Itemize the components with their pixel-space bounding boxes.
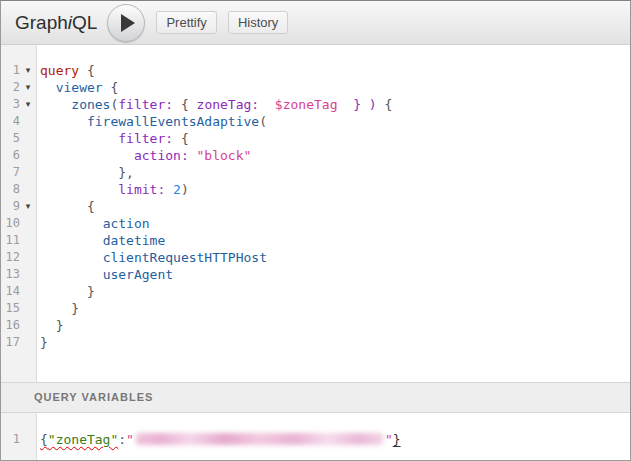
fold-gutter-spacer (20, 147, 36, 164)
code-line[interactable]: 17} (1, 334, 630, 351)
code-line[interactable]: 9▾ { (1, 198, 630, 215)
variables-title: QUERY VARIABLES (34, 391, 153, 403)
fold-gutter-spacer (20, 266, 36, 283)
fold-gutter-spacer (20, 249, 36, 266)
line-number: 11 (1, 232, 20, 249)
execute-query-button[interactable] (107, 4, 145, 42)
code-text: clientRequestHTTPHost (36, 249, 630, 266)
logo-text-post: QL (72, 12, 97, 33)
code-line[interactable]: 7 }, (1, 164, 630, 181)
fold-gutter-spacer (20, 317, 36, 334)
variables-title-bar[interactable]: QUERY VARIABLES (1, 382, 630, 413)
code-text: { (36, 198, 630, 215)
prettify-button[interactable]: Prettify (156, 11, 216, 34)
line-number: 4 (1, 113, 20, 130)
line-number: 14 (1, 283, 20, 300)
code-text: limit: 2) (36, 181, 630, 198)
code-line[interactable]: 16 } (1, 317, 630, 334)
line-number: 6 (1, 147, 20, 164)
line-number: 15 (1, 300, 20, 317)
code-line[interactable]: 4 firewallEventsAdaptive( (1, 113, 630, 130)
fold-gutter-spacer (20, 215, 36, 232)
code-line[interactable]: 1{"zoneTag":""} (1, 431, 630, 448)
code-text: firewallEventsAdaptive( (36, 113, 630, 130)
code-text: } (36, 334, 630, 351)
fold-toggle-icon[interactable]: ▾ (20, 62, 36, 79)
fold-toggle-icon[interactable]: ▾ (20, 96, 36, 113)
code-line[interactable]: 2▾ viewer { (1, 79, 630, 96)
code-text: }, (36, 164, 630, 181)
code-text: query { (36, 62, 630, 79)
code-text: action (36, 215, 630, 232)
line-number: 9 (1, 198, 20, 215)
line-number: 2 (1, 79, 20, 96)
fold-gutter-spacer (20, 130, 36, 147)
fold-gutter-spacer (20, 181, 36, 198)
fold-gutter-spacer (20, 334, 36, 351)
query-editor[interactable]: 1▾query {2▾ viewer {3▾ zones(filter: { z… (1, 45, 630, 382)
line-number: 17 (1, 334, 20, 351)
fold-gutter-spacer (20, 232, 36, 249)
code-line[interactable]: 14 } (1, 283, 630, 300)
code-text: } (36, 283, 630, 300)
code-text: action: "block" (36, 147, 630, 164)
code-text: zones(filter: { zoneTag: $zoneTag } ) { (36, 96, 630, 113)
code-line[interactable]: 1▾query { (1, 62, 630, 79)
fold-gutter-spacer (20, 283, 36, 300)
line-number: 3 (1, 96, 20, 113)
code-line[interactable]: 8 limit: 2) (1, 181, 630, 198)
variables-editor-lines: 1{"zoneTag":""} (1, 431, 630, 448)
line-number: 12 (1, 249, 20, 266)
fold-gutter-spacer (20, 113, 36, 130)
code-text: datetime (36, 232, 630, 249)
fold-toggle-icon[interactable]: ▾ (20, 79, 36, 96)
line-number: 1 (1, 431, 20, 448)
code-text: userAgent (36, 266, 630, 283)
line-number: 16 (1, 317, 20, 334)
code-line[interactable]: 5 filter: { (1, 130, 630, 147)
line-number: 7 (1, 164, 20, 181)
fold-gutter-spacer (20, 431, 36, 448)
code-line[interactable]: 10 action (1, 215, 630, 232)
logo-text-pre: Graph (15, 12, 68, 33)
fold-gutter-spacer (20, 164, 36, 181)
query-variables-editor[interactable]: 1{"zoneTag":""} (1, 413, 630, 460)
code-text: filter: { (36, 130, 630, 147)
code-text: {"zoneTag":""} (36, 431, 630, 448)
code-line[interactable]: 13 userAgent (1, 266, 630, 283)
graphiql-logo: GraphiQL (15, 12, 97, 34)
code-line[interactable]: 15 } (1, 300, 630, 317)
redacted-zone-tag-value (136, 433, 383, 445)
history-button[interactable]: History (228, 11, 288, 34)
line-number: 1 (1, 62, 20, 79)
code-line[interactable]: 6 action: "block" (1, 147, 630, 164)
line-number: 8 (1, 181, 20, 198)
fold-toggle-icon[interactable]: ▾ (20, 198, 36, 215)
play-icon (121, 14, 135, 32)
graphiql-app: GraphiQL Prettify History 1▾query {2▾ vi… (0, 0, 631, 461)
toolbar: GraphiQL Prettify History (1, 1, 630, 45)
code-text: viewer { (36, 79, 630, 96)
fold-gutter-spacer (20, 300, 36, 317)
code-text: } (36, 300, 630, 317)
line-number: 5 (1, 130, 20, 147)
code-text: } (36, 317, 630, 334)
code-line[interactable]: 12 clientRequestHTTPHost (1, 249, 630, 266)
query-editor-lines: 1▾query {2▾ viewer {3▾ zones(filter: { z… (1, 62, 630, 351)
code-line[interactable]: 11 datetime (1, 232, 630, 249)
line-number: 13 (1, 266, 20, 283)
code-line[interactable]: 3▾ zones(filter: { zoneTag: $zoneTag } )… (1, 96, 630, 113)
line-number: 10 (1, 215, 20, 232)
